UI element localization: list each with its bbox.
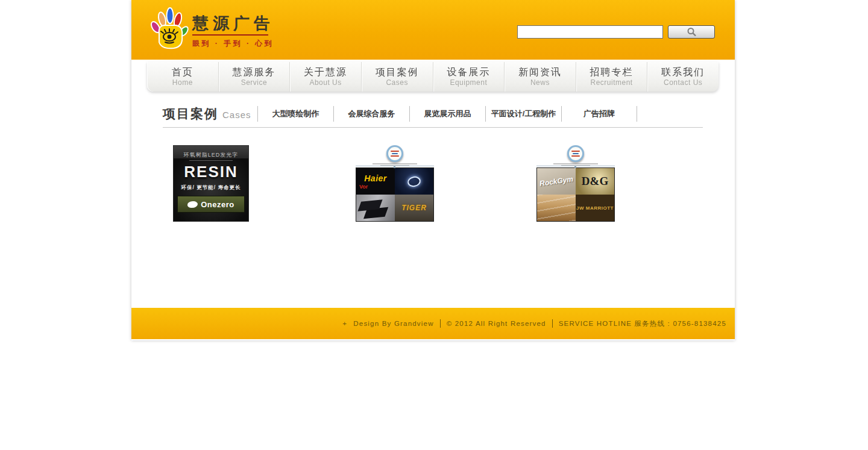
site-header: 慧源广告 眼到 · 手到 · 心到 xyxy=(131,0,735,60)
poster-heading: 环氧树脂LED发光字 xyxy=(174,146,248,158)
nav-label-zh: 新闻资讯 xyxy=(518,67,562,78)
nav-label-en: Home xyxy=(172,78,193,87)
nav-label-en: Contact Us xyxy=(664,78,702,87)
case-photo-lexus-neon xyxy=(395,168,433,195)
caption-divider xyxy=(356,166,434,166)
search-input[interactable] xyxy=(517,25,663,39)
nav-label-en: News xyxy=(530,78,550,87)
nav-label-zh: 慧源服务 xyxy=(232,67,275,78)
category-link-signboard[interactable]: 广告招牌 xyxy=(561,106,637,122)
page-title-zh: 项目案例 xyxy=(163,105,218,122)
category-link-design-engineering[interactable]: 平面设计/工程制作 xyxy=(485,106,561,122)
case-photo-rockgym: RockGym xyxy=(537,168,576,195)
case-photo-jw-marriott: JW MARRIOTT xyxy=(576,195,614,221)
footer-separator xyxy=(552,319,553,328)
hand-eye-logo-icon xyxy=(149,7,189,54)
certificate-badge-icon xyxy=(567,145,584,162)
nav-label-zh: 项目案例 xyxy=(376,67,419,78)
site-footer: + Design By Grandview © 2012 All Right R… xyxy=(131,308,735,339)
case-photo-haier: Haier Vor xyxy=(356,168,395,195)
nav-label-en: Recruitment xyxy=(590,78,632,87)
nav-item-contact[interactable]: 联系我们 Contact Us xyxy=(647,62,719,92)
nav-label-zh: 首页 xyxy=(172,67,193,78)
onezero-logo: Onezero xyxy=(177,196,245,213)
copyright-text: © 2012 All Right Reserved xyxy=(447,320,546,327)
main-navigation: 首页 Home 慧源服务 Service 关于慧源 About Us 项目案例 … xyxy=(147,62,719,92)
footer-text-row: + Design By Grandview © 2012 All Right R… xyxy=(342,308,726,339)
nav-item-news[interactable]: 新闻资讯 News xyxy=(505,62,576,92)
certificate-header xyxy=(356,145,434,167)
nav-label-zh: 联系我们 xyxy=(661,67,705,78)
plus-icon: + xyxy=(342,320,347,327)
section-divider xyxy=(163,127,703,128)
nav-label-en: Equipment xyxy=(450,78,487,87)
case-photo-tiger: TIGER xyxy=(395,195,433,221)
case-item-signage-collage-2[interactable]: RockGym D&G JW MARRIOTT xyxy=(536,145,615,222)
category-link-display-supplies[interactable]: 展览展示用品 xyxy=(409,106,485,122)
nav-label-en: Service xyxy=(241,78,268,87)
category-link-exhibition-service[interactable]: 会展综合服务 xyxy=(333,106,409,122)
nav-item-service[interactable]: 慧源服务 Service xyxy=(219,62,291,92)
case-item-signage-collage-1[interactable]: Haier Vor TIGER xyxy=(356,145,434,222)
footer-separator xyxy=(440,319,441,328)
brand-tagline: 眼到 · 手到 · 心到 xyxy=(192,39,274,49)
poster-resin-title: RESIN xyxy=(174,163,248,181)
caption-line xyxy=(373,163,417,164)
photo-collage: RockGym D&G JW MARRIOTT xyxy=(536,167,615,222)
caption-line xyxy=(553,163,598,164)
nav-item-equipment[interactable]: 设备展示 Equipment xyxy=(433,62,505,92)
caption-divider xyxy=(536,166,615,166)
brand-name: 慧源广告 xyxy=(192,14,274,33)
nav-item-cases[interactable]: 项目案例 Cases xyxy=(362,62,433,92)
nav-label-zh: 关于慧源 xyxy=(304,67,347,78)
search-button[interactable] xyxy=(668,25,715,39)
poster-features: 环保/ 更节能/ 寿命更长 xyxy=(174,184,248,192)
service-hotline: SERVICE HOTLINE 服务热线 : 0756-8138425 xyxy=(559,319,726,328)
case-photo-wood-letters xyxy=(537,195,576,221)
cases-header-bar: 项目案例 Cases 大型喷绘制作 会展综合服务 展览展示用品 平面设计/工程制… xyxy=(163,105,703,123)
case-item-resin-led[interactable]: 环氧树脂LED发光字 RESIN 环保/ 更节能/ 寿命更长 Onezero xyxy=(173,145,249,222)
nav-item-home[interactable]: 首页 Home xyxy=(147,62,219,92)
brand-underline xyxy=(192,34,268,36)
nav-label-zh: 招聘专栏 xyxy=(590,67,634,78)
onezero-wordmark: Onezero xyxy=(201,200,234,209)
onezero-bird-icon xyxy=(187,201,198,208)
neon-ring-icon xyxy=(406,175,421,187)
nav-label-en: About Us xyxy=(309,78,341,87)
certificate-badge-icon xyxy=(386,145,403,162)
nav-item-recruitment[interactable]: 招聘专栏 Recruitment xyxy=(576,62,648,92)
case-photo-channel-letters xyxy=(356,195,395,221)
page-container: 慧源广告 眼到 · 手到 · 心到 首页 Home 慧源服务 Service 关… xyxy=(131,0,735,340)
nav-label-zh: 设备展示 xyxy=(447,67,490,78)
company-logo[interactable] xyxy=(149,7,189,54)
category-link-inkjet[interactable]: 大型喷绘制作 xyxy=(257,106,333,122)
photo-collage: Haier Vor TIGER xyxy=(356,167,434,222)
page-title-en: Cases xyxy=(222,110,251,120)
nav-item-about[interactable]: 关于慧源 About Us xyxy=(290,62,362,92)
magnifier-icon xyxy=(685,27,697,37)
page-title: 项目案例 Cases xyxy=(163,105,257,122)
nav-label-en: Cases xyxy=(386,78,408,87)
certificate-header xyxy=(536,145,615,167)
design-credit: Design By Grandview xyxy=(353,320,433,327)
case-photo-dg: D&G xyxy=(576,168,614,195)
brand-block: 慧源广告 眼到 · 手到 · 心到 xyxy=(192,14,274,49)
